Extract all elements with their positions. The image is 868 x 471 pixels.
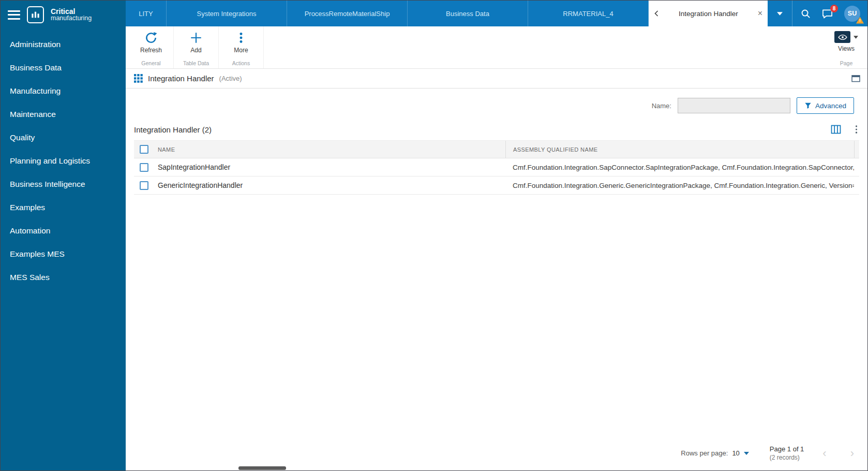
toolbar-group-table-data: Add Table Data [174,26,219,68]
refresh-icon [144,31,158,45]
sidebar-item-administration[interactable]: Administration [1,33,126,56]
logo-word-manufacturing: manufacturing [51,15,92,22]
more-button-label: More [234,47,248,54]
views-caret-down-icon [854,36,858,39]
table-row[interactable]: GenericIntegrationHandler Cmf.Foundation… [134,176,859,195]
cell-assembly-qualified-name: Cmf.Foundation.Integration.Generic.Gener… [505,176,854,194]
pagination: Rows per page: 10 Page 1 of 1 (2 records… [681,445,854,461]
page-info: Page 1 of 1 (2 records) [770,445,804,461]
toolbar-group-label-general: General [141,60,160,66]
tab-list-dropdown[interactable] [768,1,792,26]
views-button-group: Views Page [831,26,861,68]
table-header-row: NAME ASSEMBLY QUALIFIED NAME [134,140,859,158]
cell-name: SapIntegrationHandler [158,158,505,176]
views-button-label: Views [838,45,855,52]
next-page-chevron-icon[interactable]: › [850,448,854,459]
row-checkbox[interactable] [140,163,148,172]
sidebar-item-manufacturing[interactable]: Manufacturing [1,79,126,102]
row-checkbox[interactable] [140,181,148,190]
toolbar: Refresh General Add Table Data [126,26,867,69]
column-header-name[interactable]: NAME [158,141,505,158]
sidebar-menu: Administration Business Data Manufacturi… [1,33,126,289]
refresh-button-label: Refresh [140,47,162,54]
column-header-assembly-qualified-name[interactable]: ASSEMBLY QUALIFIED NAME [505,141,854,158]
add-button[interactable]: Add [179,31,213,59]
tab-quality-cut[interactable]: LITY [126,1,167,26]
row-scrollbar-gap [854,158,859,176]
column-chooser-icon[interactable] [831,125,841,134]
table-title-row: Integration Handler (2) [126,122,867,137]
filter-row: Name: Advanced [126,97,867,114]
search-icon[interactable] [801,9,811,19]
sidebar-item-quality[interactable]: Quality [1,126,126,149]
rows-per-page-caret-icon [744,452,749,455]
previous-page-chevron-icon[interactable]: ‹ [822,448,826,459]
app-window: Critical manufacturing Administration Bu… [0,0,868,471]
toolbar-group-label-page: Page [840,60,853,66]
add-button-label: Add [190,47,201,54]
cell-assembly-qualified-name: Cmf.Foundation.Integration.SapConnector.… [505,158,854,176]
table-scrollbar-column [854,141,859,158]
tab-close-icon[interactable]: × [758,9,762,18]
table-tools [831,125,858,134]
integration-handler-table: NAME ASSEMBLY QUALIFIED NAME SapIntegrat… [134,140,859,195]
sidebar-item-examples-mes[interactable]: Examples MES [1,242,126,266]
tab-business-data[interactable]: Business Data [408,1,528,26]
row-scrollbar-gap [854,176,859,194]
tab-system-integrations[interactable]: System Integrations [167,1,287,26]
rows-per-page-label: Rows per page: [681,449,728,457]
advanced-filter-button[interactable]: Advanced [797,97,854,114]
topbar-right-icons: 8 SU ! [794,1,867,26]
sidebar-item-business-data[interactable]: Business Data [1,56,126,79]
cell-name: GenericIntegrationHandler [158,176,505,194]
tab-integration-handler-active[interactable]: Integration Handler × [649,1,768,26]
top-tab-bar: LITY System Integrations ProcessRemoteMa… [126,1,867,26]
page-title: Integration Handler [148,74,214,83]
refresh-button[interactable]: Refresh [134,31,168,59]
page-number-text: Page 1 of 1 [770,445,804,453]
toolbar-group-label-table-data: Table Data [183,60,209,66]
messages-icon[interactable]: 8 [822,9,833,19]
sidebar-item-maintenance[interactable]: Maintenance [1,102,126,126]
kebab-vertical-icon [234,31,248,45]
tab-rrmaterial-4[interactable]: RRMATERIAL_4 [528,1,649,26]
active-tab-label: Integration Handler [663,10,754,18]
advanced-filter-label: Advanced [815,102,846,110]
plus-icon [189,31,203,45]
header-checkbox-cell [134,141,158,158]
sidebar-header: Critical manufacturing [1,1,126,27]
main-content: Refresh General Add Table Data [126,26,867,470]
page-status: (Active) [219,75,242,82]
more-button[interactable]: More [224,31,258,59]
table-row[interactable]: SapIntegrationHandler Cmf.Foundation.Int… [134,158,859,176]
caret-down-icon [777,12,783,16]
sidebar-item-automation[interactable]: Automation [1,219,126,242]
select-all-checkbox[interactable] [140,145,148,154]
tab-process-remote-material-ship[interactable]: ProcessRemoteMaterialShip [287,1,408,26]
toolbar-group-actions: More Actions [219,26,264,68]
company-logo-text: Critical manufacturing [51,8,92,22]
table-title: Integration Handler (2) [134,125,212,134]
hamburger-menu-icon[interactable] [8,10,20,20]
eye-icon [834,31,850,43]
row-checkbox-cell [134,176,158,194]
company-logo-icon [27,6,44,23]
horizontal-scrollbar-thumb[interactable] [238,466,286,470]
toolbar-group-general: Refresh General [129,26,174,68]
sidebar-item-mes-sales[interactable]: MES Sales [1,266,126,289]
notification-badge: 8 [830,5,838,12]
table-more-kebab-icon[interactable] [855,125,858,134]
sidebar-item-planning-and-logistics[interactable]: Planning and Logistics [1,149,126,172]
user-avatar[interactable]: SU ! [844,6,860,22]
row-checkbox-cell [134,158,158,176]
popout-window-icon[interactable] [851,75,860,82]
rows-per-page-dropdown[interactable]: Rows per page: 10 [681,449,749,457]
tab-back-chevron-icon[interactable] [654,10,659,17]
views-button[interactable] [834,31,858,43]
sidebar-item-examples[interactable]: Examples [1,196,126,219]
sidebar-item-business-intelligence[interactable]: Business Intelligence [1,172,126,196]
funnel-icon [804,102,812,109]
name-filter-input[interactable] [678,98,790,113]
name-filter-label: Name: [652,102,671,110]
records-count-text: (2 records) [770,454,804,461]
